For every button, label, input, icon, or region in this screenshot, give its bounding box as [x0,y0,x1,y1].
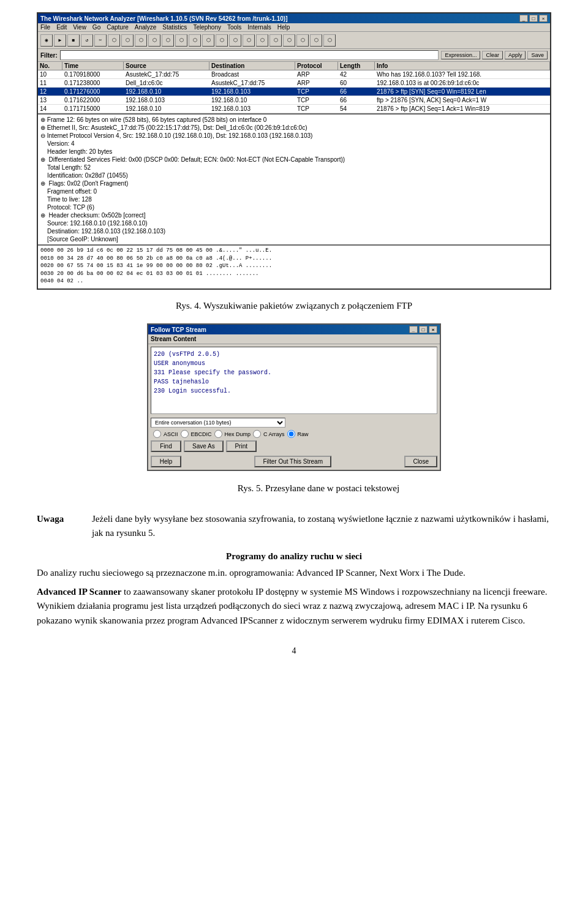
stream-content-area: 220 (vsFTPd 2.0.5) USER anonymous 331 Pl… [151,347,437,414]
radio-ebcdic[interactable] [181,430,189,438]
toolbar-btn-5[interactable]: ✂ [94,34,107,47]
toolbar-btn-14[interactable]: ⬡ [216,34,228,47]
tcp-maximize-btn[interactable]: □ [419,326,428,333]
find-button[interactable]: Find [151,440,181,452]
hex-line: 0020 00 67 55 74 00 15 83 41 1e 99 00 00… [40,262,548,270]
menu-analyze[interactable]: Analyze [135,24,157,31]
toolbar-btn-9[interactable]: ⬡ [148,34,160,47]
cell-len: 54 [338,105,375,113]
toolbar-btn-13[interactable]: ⬡ [202,34,214,47]
toolbar-btn-11[interactable]: ⬡ [175,34,187,47]
cell-time: 0.171622000 [62,96,124,104]
radio-ascii-label: ASCII [164,431,178,437]
wireshark-screenshot: The Wireshark Network Analyzer [Wireshar… [37,12,551,290]
menu-telephony[interactable]: Telephony [193,24,221,31]
maximize-button[interactable]: □ [529,15,538,22]
toolbar-btn-16[interactable]: ⬡ [243,34,255,47]
header-info: Info [375,62,550,70]
menu-file[interactable]: File [40,24,50,31]
apply-button[interactable]: Apply [505,51,526,59]
expression-button[interactable]: Expression... [441,51,480,59]
menu-statistics[interactable]: Statistics [162,24,187,31]
caption2-row: Rys. 5. Przesyłane dane w postaci teksto… [37,477,551,506]
wireshark-window: The Wireshark Network Analyzer [Wireshar… [37,12,551,290]
detail-line: Destination: 192.168.0.103 (192.168.0.10… [39,227,549,235]
titlebar-controls[interactable]: _ □ × [519,15,548,22]
cell-proto: ARP [295,79,338,87]
dialog-container: Follow TCP Stream _ □ × Stream Content 2… [37,323,551,471]
menu-help[interactable]: Help [277,24,290,31]
table-row[interactable]: 13 0.171622000 192.168.0.103 192.168.0.1… [38,96,550,105]
header-time: Time [62,62,124,70]
page-number: 4 [37,646,551,656]
detail-line: Total Length: 52 [39,164,549,171]
cell-src: 192.168.0.103 [124,96,209,104]
help-button[interactable]: Help [151,456,181,467]
tcp-close-btn[interactable]: × [429,326,437,333]
toolbar-btn-17[interactable]: ⬡ [256,34,268,47]
menu-view[interactable]: View [73,24,86,31]
toolbar-btn-22[interactable]: ⬡ [323,34,336,47]
hex-line: 0040 04 02 .. [40,277,548,285]
table-row[interactable]: 12 0.171276000 192.168.0.10 192.168.0.10… [38,88,550,96]
hex-line: 0030 20 00 d6 ba 00 00 02 04 ec 01 03 03… [40,270,548,278]
header-proto: Protocol [295,62,338,70]
tcp-minimize-btn[interactable]: _ [409,326,418,333]
toolbar-btn-8[interactable]: ⬡ [135,34,147,47]
top-btn-row: Find Save As Print [148,439,440,453]
menu-capture[interactable]: Capture [107,24,129,31]
conversation-dropdown[interactable]: Entire conversation (110 bytes) [151,418,285,428]
close-button[interactable]: × [539,15,548,22]
detail-line: Source: 192.168.0.10 (192.168.0.10) [39,219,549,227]
toolbar-btn-4[interactable]: ↺ [81,34,93,47]
minimize-button[interactable]: _ [519,15,528,22]
toolbar-btn-15[interactable]: ⬡ [229,34,241,47]
table-row[interactable]: 14 0.171715000 192.168.0.10 192.168.0.10… [38,105,550,113]
toolbar-btn-20[interactable]: ⬡ [296,34,309,47]
tcp-titlebar-controls[interactable]: _ □ × [409,326,437,333]
toolbar: ◉ ▶ ■ ↺ ✂ ⬡ ⬡ ⬡ ⬡ ⬡ ⬡ ⬡ ⬡ ⬡ ⬡ ⬡ ⬡ ⬡ ⬡ ⬡ … [38,32,550,49]
close-stream-button[interactable]: Close [404,456,437,467]
radio-carrays-label: C Arrays [263,431,285,437]
cell-len: 66 [338,88,375,96]
radio-raw[interactable] [287,430,295,438]
menu-internals[interactable]: Internals [247,24,271,31]
filter-input[interactable] [60,50,439,60]
menu-go[interactable]: Go [92,24,100,31]
filter-bar: Filter: Expression... Clear Apply Save [38,49,550,62]
menu-tools[interactable]: Tools [227,24,241,31]
table-row[interactable]: 11 0.171238000 Dell_1d:c6:0c AsustekC_17… [38,79,550,88]
toolbar-btn-6[interactable]: ⬡ [108,34,120,47]
section-heading: Programy do analizy ruchu w sieci [37,549,551,563]
cell-dst: AsustekC_17:dd:75 [209,79,295,87]
tcp-dialog-title: Follow TCP Stream [151,326,206,333]
radio-ascii[interactable] [153,430,161,438]
print-button[interactable]: Print [226,440,257,452]
toolbar-btn-3[interactable]: ■ [67,34,80,47]
toolbar-btn-12[interactable]: ⬡ [189,34,201,47]
toolbar-btn-10[interactable]: ⬡ [162,34,174,47]
cell-no: 14 [38,105,62,113]
radio-raw-label: Raw [298,431,309,437]
save-as-button[interactable]: Save As [184,440,224,452]
radio-carrays[interactable] [253,430,261,438]
toolbar-btn-7[interactable]: ⬡ [121,34,134,47]
toolbar-btn-19[interactable]: ⬡ [283,34,295,47]
filter-out-button[interactable]: Filter Out This Stream [254,456,331,467]
menu-edit[interactable]: Edit [56,24,67,31]
clear-button[interactable]: Clear [482,51,503,59]
detail-line: ⊕ Frame 12: 66 bytes on wire (528 bits),… [39,116,549,124]
header-dest: Destination [209,62,295,70]
cell-no: 11 [38,79,62,87]
packet-list-area: No. Time Source Destination Protocol Len… [38,62,550,288]
table-row[interactable]: 10 0.170918000 AsustekC_17:dd:75 Broadca… [38,70,550,79]
toolbar-btn-2[interactable]: ▶ [54,34,66,47]
filter-buttons: Expression... Clear Apply Save [441,51,548,59]
tcp-stream-dialog: Follow TCP Stream _ □ × Stream Content 2… [147,323,441,471]
radio-hexdump[interactable] [214,430,222,438]
save-button[interactable]: Save [527,51,548,59]
toolbar-btn-1[interactable]: ◉ [40,34,53,47]
toolbar-btn-18[interactable]: ⬡ [270,34,282,47]
detail-line: ⊕ Ethernet II, Src: AsustekC_17:dd:75 (0… [39,124,549,132]
toolbar-btn-21[interactable]: ⬡ [310,34,322,47]
